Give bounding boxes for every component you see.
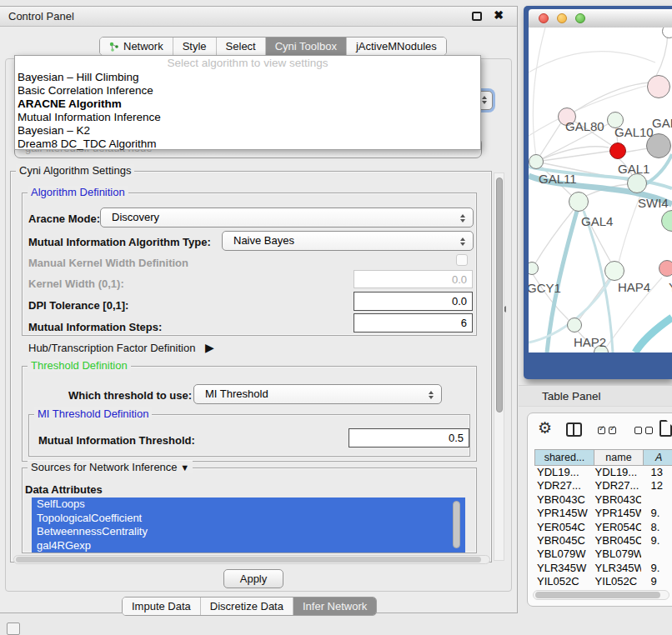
float-window-icon[interactable] (472, 12, 482, 21)
column-header-name[interactable]: name (594, 449, 644, 466)
which-threshold-combo[interactable]: MI Threshold (193, 384, 442, 404)
scrollbar-thumb[interactable] (16, 557, 481, 562)
collapsed-arrow-icon[interactable]: ▶ (205, 341, 214, 354)
dpi-tolerance-input[interactable] (354, 292, 473, 311)
data-attributes-list: SelfLoops TopologicalCoefficient Between… (32, 498, 465, 552)
dpi-tolerance-label: DPI Tolerance [0,1]: (28, 299, 128, 312)
table-body: YDL19...YDL19...13 YDR27...YDR27...12 YB… (534, 466, 672, 589)
mi-steps-input[interactable] (354, 313, 473, 332)
settings-vertical-scrollbar[interactable] (494, 172, 504, 561)
node-label: Y (669, 280, 672, 294)
aracne-mode-label: Aracne Mode: (28, 212, 100, 225)
table-row[interactable]: YBR043CYBR043C (534, 493, 672, 507)
gear-icon[interactable]: ⚙ (538, 419, 552, 438)
table-row[interactable]: YBL079WYBL079W (534, 548, 672, 561)
table-row[interactable]: YER054CYER054C8. (534, 521, 672, 534)
table-row[interactable]: YBR045CYBR045C9. (534, 534, 672, 548)
network-node-selected[interactable] (609, 142, 626, 159)
list-item[interactable]: SelfLoops (32, 498, 465, 512)
mi-threshold-input[interactable] (349, 428, 469, 448)
application-root: Control Panel ✖ Network Style Sel (0, 0, 672, 635)
table-row[interactable]: YDL19...YDL19...13 (534, 466, 672, 479)
table-row[interactable]: YDR27...YDR27...12 (534, 479, 672, 492)
list-item[interactable]: gal4RGexp (32, 539, 465, 553)
mi-threshold-definition-title: MI Threshold Definition (34, 408, 152, 420)
column-header-shared-name[interactable]: shared... (534, 449, 594, 466)
table-row[interactable]: YIL052CYIL052C9 (534, 575, 672, 588)
zoom-traffic-light-icon[interactable] (575, 13, 585, 23)
minimize-traffic-light-icon[interactable] (557, 13, 567, 23)
manual-kernel-width-checkbox[interactable] (456, 254, 468, 266)
network-window-titlebar[interactable] (529, 9, 672, 28)
list-item[interactable]: TopologicalCoefficient (32, 512, 465, 526)
list-scrollbar-thumb[interactable] (453, 501, 460, 548)
table-header: shared... name A (534, 449, 672, 466)
dropdown-item[interactable]: Mutual Information Inference (15, 111, 480, 124)
algorithm-dropdown-popup: Select algorithm to view settings Bayesi… (14, 55, 481, 150)
control-panel-tabbar: Network Style Select Cyni Toolbox jActiv… (99, 37, 447, 56)
network-node[interactable] (569, 192, 589, 212)
checked-box-icon (609, 427, 616, 434)
tab-style[interactable]: Style (173, 38, 217, 55)
network-node[interactable] (529, 154, 544, 169)
node-label: HAP4 (618, 280, 650, 294)
table-row[interactable]: YPR145WYPR145W9. (534, 507, 672, 520)
dropdown-placeholder: Select algorithm to view settings (15, 56, 480, 71)
close-icon[interactable]: ✖ (494, 8, 504, 22)
tab-network[interactable]: Network (100, 38, 173, 55)
manual-kernel-width-label: Manual Kernel Width Definition (28, 257, 188, 269)
aracne-mode-combo[interactable]: Discovery (100, 208, 474, 228)
list-item[interactable]: BetweennessCentrality (32, 525, 465, 539)
new-table-icon[interactable] (659, 420, 672, 437)
dropdown-item-selected[interactable]: ARACNE Algorithm (15, 98, 480, 111)
show-columns-icon[interactable] (566, 422, 582, 437)
table-horizontal-scrollbar[interactable] (533, 590, 669, 600)
tab-network-label: Network (123, 38, 163, 55)
network-canvas[interactable]: GAL GAL80 GAL10 GAL1 GAL11 SWI4 GAL4 GCY… (529, 28, 672, 352)
collapsed-panel-icon[interactable] (7, 622, 20, 635)
unselect-all-columns-icon[interactable] (634, 427, 653, 434)
hub-definition-section[interactable]: Hub/Transcription Factor Definition ▶ (28, 341, 214, 354)
dropdown-item[interactable]: Bayesian – Hill Climbing (15, 71, 480, 84)
column-header-partial[interactable]: A (643, 449, 672, 466)
network-node[interactable] (567, 318, 582, 332)
tab-jactivemnodules[interactable]: jActiveMNodules (347, 38, 446, 55)
algorithm-definition-title: Algorithm Definition (28, 186, 128, 198)
settings-horizontal-scrollbar[interactable] (13, 555, 490, 564)
tab-select[interactable]: Select (217, 38, 266, 55)
control-panel-title: Control Panel (8, 10, 74, 22)
node-label: GAL80 (565, 119, 604, 133)
select-all-columns-icon[interactable] (598, 427, 616, 434)
hub-definition-label: Hub/Transcription Factor Definition (28, 342, 195, 354)
network-view-window: GAL GAL80 GAL10 GAL1 GAL11 SWI4 GAL4 GCY… (524, 6, 672, 379)
network-node[interactable] (604, 261, 624, 281)
scrollbar-thumb[interactable] (496, 178, 503, 412)
expanded-arrow-icon[interactable]: ▼ (180, 462, 189, 472)
mi-threshold-label: Mutual Information Threshold: (38, 434, 195, 447)
apply-button[interactable]: Apply (223, 569, 283, 588)
kernel-width-label: Kernel Width (0,1): (28, 278, 124, 290)
network-node[interactable] (647, 75, 670, 98)
table-panel: ⚙ shared... name A YDL19...YDL19...13 YD… (527, 412, 672, 607)
close-traffic-light-icon[interactable] (539, 13, 549, 23)
network-node[interactable] (659, 260, 672, 277)
mi-steps-label: Mutual Information Steps: (28, 321, 162, 333)
scrollbar-thumb[interactable] (535, 592, 660, 598)
unchecked-box-icon (634, 427, 642, 434)
table-row[interactable]: YLR345WYLR345W9. (534, 562, 672, 575)
settings-group-title: Cyni Algorithm Settings (16, 164, 134, 177)
tab-infer-network[interactable]: Infer Network (293, 598, 376, 615)
tab-discretize-data[interactable]: Discretize Data (201, 598, 293, 615)
tab-cyni-toolbox[interactable]: Cyni Toolbox (266, 38, 347, 55)
mi-algorithm-type-combo[interactable]: Naive Bayes (222, 231, 474, 251)
control-panel-titlebar: Control Panel ✖ (0, 7, 517, 27)
node-label: GCY1 (529, 281, 561, 295)
dropdown-item[interactable]: Dream8 DC_TDC Algorithm (15, 138, 480, 151)
network-node[interactable] (627, 173, 647, 193)
dropdown-item[interactable]: Bayesian – K2 (15, 124, 480, 138)
combo-up-arrow-icon (482, 96, 487, 99)
dropdown-item[interactable]: Basic Correlation Inference (15, 84, 480, 98)
mi-algorithm-type-label: Mutual Information Algorithm Type: (28, 236, 211, 248)
tab-impute-data[interactable]: Impute Data (123, 598, 201, 615)
kernel-width-input[interactable] (354, 270, 473, 288)
